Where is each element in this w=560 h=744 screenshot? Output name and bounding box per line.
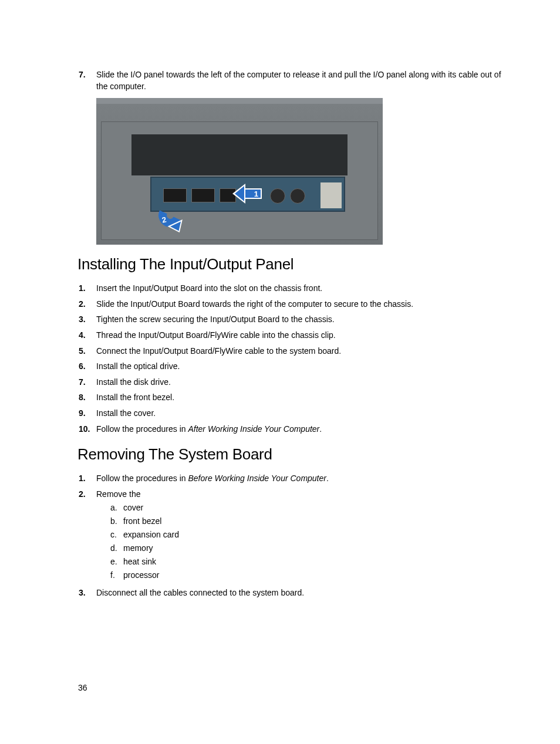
- page-number: 36: [78, 683, 87, 692]
- list-item: 1.Insert the Input/Output Board into the…: [79, 283, 502, 295]
- chassis-interior: [131, 134, 348, 175]
- list-item: 2.Slide the Input/Output Board towards t…: [79, 299, 502, 310]
- led-panel-icon: [321, 182, 342, 208]
- list-item: 5.Connect the Input/Output Board/FlyWire…: [79, 346, 502, 357]
- sublist-item: e.heat sink: [110, 556, 502, 567]
- list-item: 3.Disconnect all the cables connected to…: [79, 587, 502, 599]
- callout-1: 1: [254, 190, 258, 198]
- list-item: 4.Thread the Input/Output Board/FlyWire …: [79, 330, 502, 341]
- arrow-left-icon: 1: [232, 185, 262, 202]
- heading-installing-io-panel: Installing The Input/Output Panel: [77, 255, 502, 273]
- audio-jack-icon: [290, 188, 305, 204]
- sublist-item: a.cover: [110, 502, 502, 513]
- list-item: 8.Install the front bezel.: [79, 392, 502, 404]
- list-item: 7.Install the disk drive.: [79, 377, 502, 388]
- list-item: 9.Install the cover.: [79, 408, 502, 420]
- sublist-item: c.expansion card: [110, 529, 502, 540]
- installing-steps-list: 1.Insert the Input/Output Board into the…: [79, 283, 502, 435]
- list-item: 2. Remove the a.cover b.front bezel c.ex…: [79, 489, 502, 583]
- sublist-item: f.processor: [110, 570, 502, 581]
- sublist-item: b.front bezel: [110, 516, 502, 527]
- step-text: Slide the I/O panel towards the left of …: [96, 69, 502, 92]
- sublist-item: d.memory: [110, 543, 502, 554]
- heading-removing-system-board: Removing The System Board: [77, 445, 502, 464]
- cross-reference: Before Working Inside Your Computer: [188, 474, 326, 483]
- io-panel-figure: 1 2: [96, 98, 383, 245]
- list-item: 3.Tighten the screw securing the Input/O…: [79, 314, 502, 326]
- usb-port-icon: [163, 188, 187, 202]
- usb-port-icon: [191, 188, 215, 202]
- step-number: 7.: [79, 69, 96, 92]
- audio-jack-icon: [270, 188, 285, 204]
- arrow-rotate-icon: 2: [154, 204, 187, 236]
- list-item: 6.Install the optical drive.: [79, 361, 502, 373]
- remove-sublist: a.cover b.front bezel c.expansion card d…: [110, 502, 502, 580]
- cross-reference: After Working Inside Your Computer: [188, 424, 319, 434]
- step-7: 7. Slide the I/O panel towards the left …: [79, 69, 502, 92]
- list-item: 1. Follow the procedures in Before Worki…: [79, 473, 502, 485]
- removing-steps-list: 1. Follow the procedures in Before Worki…: [79, 473, 502, 598]
- list-item: 10. Follow the procedures in After Worki…: [79, 424, 502, 435]
